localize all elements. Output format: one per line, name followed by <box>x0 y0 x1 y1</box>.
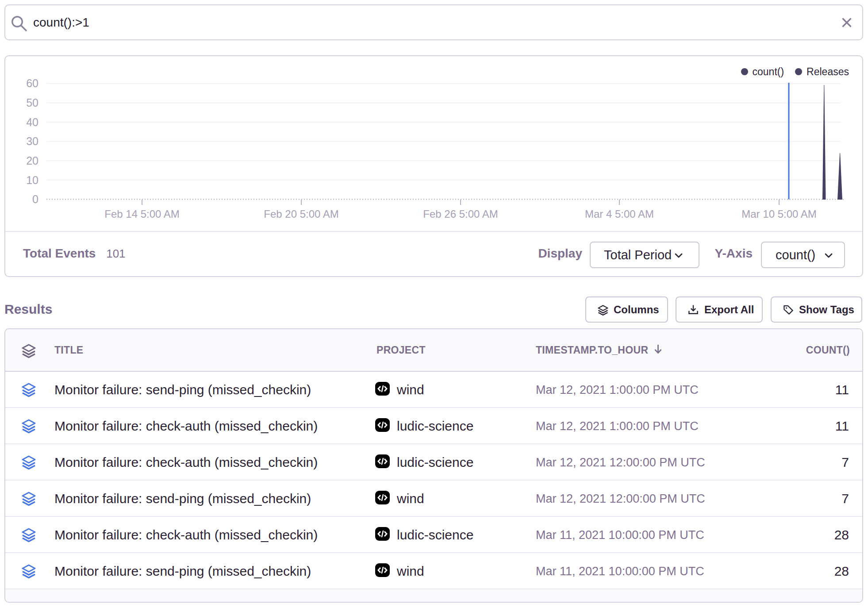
svg-text:40: 40 <box>26 116 38 128</box>
svg-text:30: 30 <box>26 135 38 147</box>
svg-text:10: 10 <box>26 174 38 186</box>
svg-text:Feb 14 5:00 AM: Feb 14 5:00 AM <box>104 208 179 220</box>
svg-text:20: 20 <box>26 154 38 167</box>
svg-text:Mar 10 5:00 AM: Mar 10 5:00 AM <box>741 208 816 220</box>
svg-text:60: 60 <box>26 77 38 89</box>
svg-text:Feb 20 5:00 AM: Feb 20 5:00 AM <box>264 208 338 220</box>
svg-text:0: 0 <box>32 193 38 205</box>
svg-text:Mar 4 5:00 AM: Mar 4 5:00 AM <box>585 208 654 220</box>
svg-text:Feb 26 5:00 AM: Feb 26 5:00 AM <box>423 208 498 220</box>
svg-text:50: 50 <box>26 96 38 109</box>
